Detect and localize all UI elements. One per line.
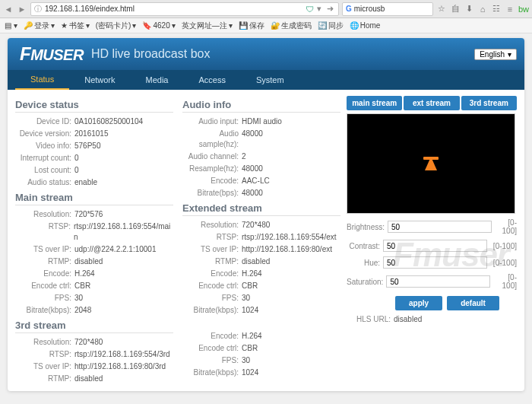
stream-tab-3rd[interactable]: 3rd stream xyxy=(461,96,517,110)
pocket-icon[interactable]: ☷ xyxy=(491,4,502,14)
audio-info-label: Bitrate(bps): xyxy=(182,188,242,199)
ext-stream-label: Resolution: xyxy=(182,220,242,231)
main-stream-row: RTMP:disabled xyxy=(15,256,173,268)
third-stream-value: disabled xyxy=(74,374,103,384)
bookmarks-toggle[interactable]: ▤ ▾ xyxy=(5,21,17,30)
ext-stream-row: Bitrate(kbps):1024 xyxy=(182,304,340,317)
menu-icon[interactable]: ≡ xyxy=(505,4,515,14)
ext-stream-row: RTSP:rtsp://192.168.1.169:554/ext xyxy=(182,231,340,243)
ext-stream-value: 30 xyxy=(242,293,250,304)
default-button[interactable]: default xyxy=(447,296,499,310)
device-status-title: Device status xyxy=(15,99,173,113)
device-status-row: Lost count:0 xyxy=(15,164,173,177)
go-icon[interactable]: ➜ xyxy=(325,4,335,14)
stream-tab-ext[interactable]: ext stream xyxy=(404,96,459,110)
hue-label: Hue: xyxy=(347,259,383,267)
device-status-label: Interrupt count: xyxy=(15,153,74,164)
device-status-label: Lost count: xyxy=(15,165,74,176)
audio-info-value: 48000 xyxy=(242,188,263,199)
saturation-input[interactable] xyxy=(386,275,490,288)
ext-icon[interactable]: bw xyxy=(518,4,529,14)
third-stream-value: 720*480 xyxy=(74,337,103,348)
bm-login[interactable]: 🔑 登录 ▾ xyxy=(24,21,55,31)
browser-chrome: ◄ ► ⓘ 192.168.1.169/eindex.html 🛡 ▾ ➜ G … xyxy=(0,0,532,18)
home-icon[interactable]: ⌂ xyxy=(477,4,488,14)
bm-sync[interactable]: 🔄 同步 xyxy=(318,21,344,31)
device-status-value: 0 xyxy=(74,165,79,176)
main-stream-label: FPS: xyxy=(15,293,74,304)
main-stream-label: RTSP: xyxy=(15,221,74,243)
third-stream-label: Bitrate(kbps): xyxy=(182,367,242,378)
tab-status[interactable]: Status xyxy=(15,70,69,90)
device-status-value: enable xyxy=(74,177,97,188)
star-icon[interactable]: ☆ xyxy=(436,4,447,14)
device-status-row: Audio status:enable xyxy=(15,177,173,189)
bm-save[interactable]: 💾 保存 xyxy=(239,21,264,31)
tab-system[interactable]: System xyxy=(241,70,299,90)
third-stream-label: Encode ctrl: xyxy=(182,343,242,354)
stream-tab-main[interactable]: main stream xyxy=(347,96,402,110)
tab-media[interactable]: Media xyxy=(131,70,184,90)
main-stream-label: RTMP: xyxy=(15,256,74,267)
dropdown-icon[interactable]: ▾ xyxy=(314,4,325,14)
nav-tabs: Status Network Media Access System xyxy=(8,70,524,90)
main-stream-label: Bitrate(kbps): xyxy=(15,305,74,316)
main-stream-label: TS over IP: xyxy=(15,244,74,255)
contrast-input[interactable] xyxy=(383,240,487,252)
language-select[interactable]: English▾ xyxy=(474,49,517,60)
device-status-value: 0 xyxy=(74,153,79,164)
bm-pwcard[interactable]: (密码卡片) ▾ xyxy=(96,21,137,31)
saturation-range: [0-100] xyxy=(490,273,517,290)
third-stream-row: Bitrate(kbps):1024 xyxy=(182,367,340,379)
main-stream-value: rtsp://192.168.1.169:554/main xyxy=(74,221,173,243)
ext-stream-label: Encode: xyxy=(182,269,242,279)
apply-button[interactable]: apply xyxy=(395,296,442,310)
bm-4620[interactable]: 🔖 4620 ▾ xyxy=(142,21,175,30)
device-status-value: 576P50 xyxy=(74,141,100,151)
bm-bookmark[interactable]: ★ 书签 ▾ xyxy=(61,21,90,31)
audio-info-label: Audio sample(hz): xyxy=(182,129,242,150)
audio-info-value: AAC-LC xyxy=(242,176,270,186)
brightness-input[interactable] xyxy=(388,221,492,233)
third-stream-value: CBR xyxy=(242,343,258,354)
url-bar[interactable]: ⓘ 192.168.1.169/eindex.html 🛡 ▾ ➜ xyxy=(30,2,339,16)
vlc-cone-icon xyxy=(425,157,437,170)
bm-en[interactable]: 英文网址—注 ▾ xyxy=(182,21,233,31)
tab-network[interactable]: Network xyxy=(69,70,130,90)
download-icon[interactable]: ⬇ xyxy=(464,4,474,14)
audio-info-row: Audio channel:2 xyxy=(182,151,340,163)
audio-info-label: Encode: xyxy=(182,176,242,186)
tab-access[interactable]: Access xyxy=(184,70,241,90)
app-panel: FMUSER HD live broadcast box English▾ St… xyxy=(8,38,524,391)
video-preview[interactable] xyxy=(347,113,515,214)
bm-home[interactable]: 🌐 Home xyxy=(350,21,381,30)
app-header: FMUSER HD live broadcast box English▾ xyxy=(8,38,524,70)
forward-icon[interactable]: ► xyxy=(17,4,27,14)
third-stream-row: RTMP:disabled xyxy=(15,373,173,385)
logo: FMUSER xyxy=(20,43,84,65)
main-stream-value: CBR xyxy=(74,281,90,291)
content: Device status Device ID:0A10160825000104… xyxy=(8,90,524,391)
main-stream-title: Main stream xyxy=(15,192,173,205)
brightness-label: Brightness: xyxy=(347,223,388,231)
main-stream-value: disabled xyxy=(74,256,103,267)
third-stream-label: TS over IP: xyxy=(15,361,74,372)
main-stream-value: 30 xyxy=(74,293,83,304)
ext-stream-value: http://192.168.1.169:80/ext xyxy=(242,244,332,255)
main-stream-label: Encode: xyxy=(15,269,74,279)
third-stream-row: Encode ctrl:CBR xyxy=(182,342,340,355)
audio-info-row: Audio sample(hz):48000 xyxy=(182,128,340,151)
ext-stream-row: FPS:30 xyxy=(182,292,340,304)
self-icon[interactable]: 自 xyxy=(450,4,461,14)
main-stream-label: Resolution: xyxy=(15,209,74,220)
ext-stream-row: RTMP:disabled xyxy=(182,256,340,268)
search-bar[interactable]: G microusb xyxy=(342,2,433,16)
audio-info-row: Bitrate(bps):48000 xyxy=(182,187,340,199)
hue-input[interactable] xyxy=(383,256,487,269)
chevron-down-icon: ▾ xyxy=(508,50,511,59)
audio-info-label: Audio channel: xyxy=(182,151,242,162)
third-stream-label: RTSP: xyxy=(15,349,74,360)
hls-label: HLS URL: xyxy=(347,315,394,323)
back-icon[interactable]: ◄ xyxy=(3,4,14,14)
bm-genpw[interactable]: 🔐 生成密码 xyxy=(271,21,312,31)
